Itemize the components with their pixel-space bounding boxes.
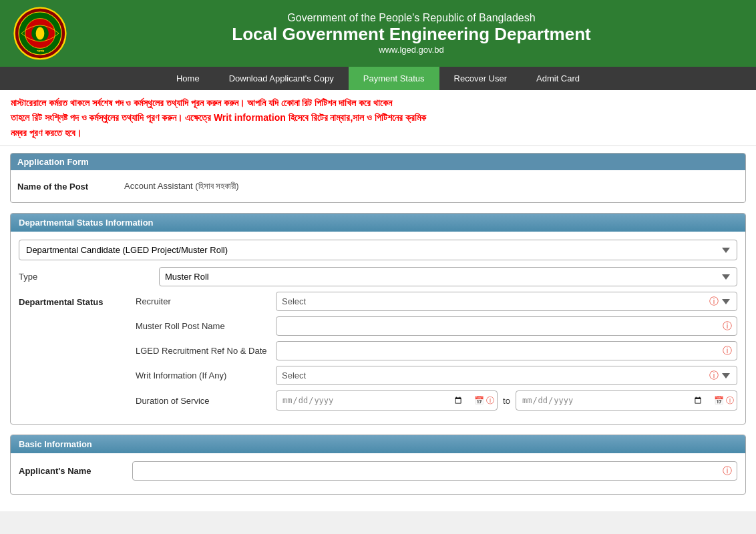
lged-ref-label: LGED Recruitment Ref No & Date (136, 346, 269, 356)
duration-to-info-icon: ⓘ (726, 395, 734, 407)
main-content: Application Form Name of the Post Accoun… (0, 146, 756, 511)
application-form-box: Application Form Name of the Post Accoun… (10, 153, 746, 203)
applicant-name-info-icon: ⓘ (723, 465, 732, 477)
duration-to-icons: 📅 ⓘ (714, 395, 734, 407)
nav-home[interactable]: Home (162, 67, 214, 90)
lged-ref-input[interactable] (276, 341, 737, 360)
warning-line3-prefix: এক্ষেত্রে (185, 112, 214, 123)
header-line1: Government of the People's Republic of B… (80, 12, 743, 24)
warning-line3-suffix: হিসেবে রিটের নাম্বার,সাল ও পিটিশনের ক্রম… (286, 112, 426, 123)
duration-label: Duration of Service (136, 396, 269, 406)
header-line3: www.lged.gov.bd (80, 45, 743, 55)
writ-control: Select ⓘ (276, 366, 737, 385)
applicant-name-control: ⓘ (132, 461, 737, 481)
muster-roll-info-icon: ⓘ (723, 320, 732, 332)
basic-info-title: Basic Information (11, 435, 745, 453)
writ-info-icon: ⓘ (709, 370, 719, 382)
header: সরকার Government of the People's Republi… (0, 0, 756, 67)
header-line2: Local Government Engineering Department (80, 24, 743, 45)
dept-status-fields: Recruiter Select ⓘ Muster Roll Post Name (136, 292, 737, 416)
candidate-dropdown-row: Departmental Candidate (LGED Project/Mus… (19, 240, 737, 260)
calendar-to-icon: 📅 (714, 396, 724, 405)
recruiter-info-icon: ⓘ (709, 296, 719, 308)
duration-to-input[interactable] (516, 390, 737, 411)
applicant-name-label: Applicant's Name (19, 466, 126, 476)
lged-ref-row: LGED Recruitment Ref No & Date ⓘ (136, 341, 737, 360)
writ-label: Writ Information (If Any) (136, 370, 269, 380)
dept-status-label: Departmental Status (19, 292, 126, 416)
calendar-from-icon: 📅 (474, 396, 484, 405)
to-label: to (503, 396, 510, 406)
basic-info-body: Applicant's Name ⓘ (11, 453, 745, 494)
writ-select[interactable]: Select (276, 366, 737, 385)
application-form-title: Application Form (11, 154, 745, 170)
type-row: Type Muster Roll (19, 267, 737, 286)
warning-line1: মাস্টারেরালে কর্মরত থাকলে সর্বশেষ পদ ও ক… (11, 97, 392, 108)
lged-ref-control: ⓘ (276, 341, 737, 360)
recruiter-row: Recruiter Select ⓘ (136, 292, 737, 311)
post-row: Name of the Post Account Assistant (হিসা… (17, 177, 739, 196)
recruiter-label: Recruiter (136, 296, 269, 306)
post-label: Name of the Post (17, 182, 124, 192)
nav-download[interactable]: Download Applicant's Copy (214, 67, 349, 90)
applicant-name-input[interactable] (132, 461, 737, 481)
logo: সরকার (13, 7, 67, 60)
warning-line4: নম্বর পূরণ করতে হবে। (11, 127, 81, 138)
warning-line2: তাহলে রিট সংশ্লিষ্ট পদ ও কর্মস্থুলের তথ্… (11, 112, 182, 123)
nav-payment-status[interactable]: Payment Status (349, 67, 439, 90)
applicant-name-row: Applicant's Name ⓘ (19, 461, 737, 481)
type-dropdown[interactable]: Muster Roll (159, 267, 737, 286)
lged-ref-info-icon: ⓘ (723, 345, 732, 357)
departmental-section-body: Departmental Candidate (LGED Project/Mus… (11, 232, 745, 424)
warning-banner: মাস্টারেরালে কর্মরত থাকলে সর্বশেষ পদ ও ক… (0, 90, 756, 146)
duration-from-info-icon: ⓘ (486, 395, 494, 407)
candidate-dropdown[interactable]: Departmental Candidate (LGED Project/Mus… (19, 240, 737, 260)
duration-from-icons: 📅 ⓘ (474, 395, 494, 407)
type-control: Muster Roll (159, 267, 737, 286)
recruiter-control: Select ⓘ (276, 292, 737, 311)
svg-text:সরকার: সরকার (37, 49, 45, 53)
muster-roll-label: Muster Roll Post Name (136, 321, 269, 331)
nav-admit-card[interactable]: Admit Card (522, 67, 594, 90)
warning-line3-bold: Writ information (214, 112, 286, 123)
svg-point-4 (36, 27, 45, 39)
type-label: Type (19, 272, 152, 282)
warning-text: মাস্টারেরালে কর্মরত থাকলে সর্বশেষ পদ ও ক… (11, 95, 745, 140)
departmental-section-title: Departmental Status Information (11, 214, 745, 232)
muster-roll-row: Muster Roll Post Name ⓘ (136, 316, 737, 336)
basic-info-section: Basic Information Applicant's Name ⓘ (10, 435, 746, 495)
duration-control: 📅 ⓘ to 📅 ⓘ (276, 390, 737, 411)
header-text: Government of the People's Republic of B… (80, 12, 743, 55)
duration-row: Duration of Service 📅 ⓘ to (136, 390, 737, 411)
departmental-section: Departmental Status Information Departme… (10, 213, 746, 425)
muster-roll-input[interactable] (276, 316, 737, 336)
post-value: Account Assistant (হিসাব সহকারী) (124, 181, 239, 192)
duration-from-wrap: 📅 ⓘ (276, 390, 498, 411)
muster-roll-control: ⓘ (276, 316, 737, 336)
writ-row: Writ Information (If Any) Select ⓘ (136, 366, 737, 385)
dept-status-grid: Departmental Status Recruiter Select ⓘ (19, 292, 737, 416)
duration-from-input[interactable] (276, 390, 498, 411)
recruiter-select[interactable]: Select (276, 292, 737, 311)
duration-to-wrap: 📅 ⓘ (516, 390, 737, 411)
navigation: Home Download Applicant's Copy Payment S… (0, 67, 756, 90)
nav-recover-user[interactable]: Recover User (439, 67, 522, 90)
